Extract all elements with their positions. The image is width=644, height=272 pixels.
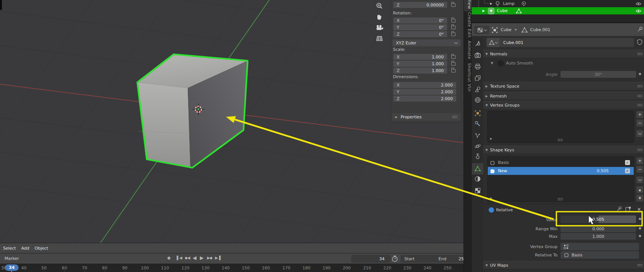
panel-header-shape-keys[interactable]: ▼ Shape Keys xyxy=(483,146,644,154)
tab-tool-icon[interactable] xyxy=(474,40,481,47)
lock-icon[interactable] xyxy=(451,19,456,22)
mesh-browse-button[interactable] xyxy=(487,38,499,47)
record-button[interactable]: ● xyxy=(167,256,171,260)
timeline-ruler[interactable]: 30 40 50 60 70 80 90 100 110 120 130 140… xyxy=(0,264,463,272)
dimensions-x-field[interactable]: X2.000 xyxy=(393,82,456,88)
editor-type-button[interactable] xyxy=(474,26,489,34)
tab-particles-icon[interactable] xyxy=(474,132,481,139)
play-reverse-button[interactable]: ◀ xyxy=(193,255,196,261)
grid-view-icon[interactable] xyxy=(375,35,383,42)
panel-header-remesh[interactable]: ▶ Remesh xyxy=(483,92,644,100)
viewport-3d[interactable]: Z0.00000 Rotation: X0° Y0° Z0° XYZ Euler… xyxy=(0,0,463,243)
lock-icon[interactable] xyxy=(451,55,456,59)
pin-icon[interactable] xyxy=(637,26,643,33)
outliner-row-cube-selected[interactable]: ▶ Cube xyxy=(472,7,644,14)
add-menu[interactable]: Add xyxy=(21,246,29,251)
rotation-mode-dropdown[interactable]: XYZ Euler xyxy=(393,39,461,46)
prev-keyframe-button[interactable]: ◆◀ xyxy=(185,256,190,260)
scale-y-field[interactable]: Y1.000 xyxy=(393,61,447,67)
tab-world-icon[interactable] xyxy=(474,97,481,103)
zoom-icon[interactable] xyxy=(375,2,383,10)
eye-visibility-icon[interactable] xyxy=(635,1,642,6)
tab-object-data-icon[interactable] xyxy=(474,165,481,172)
shape-key-mute-checkbox[interactable]: ✓ xyxy=(625,168,630,173)
drag-dots-icon[interactable] xyxy=(637,104,642,107)
shape-key-move-down-button[interactable]: ▼ xyxy=(636,194,644,202)
outliner-item-label[interactable]: Lamp xyxy=(503,1,515,6)
tab-material-icon[interactable] xyxy=(474,176,481,182)
pin-icon[interactable] xyxy=(616,206,622,212)
clear-shape-keys-button[interactable]: ✕ xyxy=(637,207,641,212)
play-button[interactable]: ▶ xyxy=(200,255,204,261)
camera-view-icon[interactable] xyxy=(375,24,384,31)
rotation-z-field[interactable]: Z0° xyxy=(393,31,447,37)
drag-dots-icon[interactable] xyxy=(637,85,642,88)
lock-icon[interactable] xyxy=(451,62,456,66)
expand-icon[interactable]: ▶ xyxy=(490,137,492,140)
animate-dot-icon[interactable]: ● xyxy=(639,226,641,230)
resize-dots-icon[interactable] xyxy=(558,198,563,201)
scale-x-field[interactable]: X1.000 xyxy=(393,54,447,60)
shape-key-remove-button[interactable]: − xyxy=(636,165,644,173)
tab-view-layer-icon[interactable] xyxy=(474,75,481,81)
shape-key-add-button[interactable]: + xyxy=(636,157,644,165)
vertex-group-add-button[interactable]: + xyxy=(636,111,644,118)
select-menu[interactable]: Select xyxy=(3,246,16,251)
resize-dots-icon[interactable] xyxy=(558,138,563,142)
shape-key-value[interactable]: 0.505 xyxy=(597,168,609,173)
animate-dot-icon[interactable]: ● xyxy=(639,217,641,220)
drag-dots-icon[interactable] xyxy=(452,115,457,118)
scale-z-field[interactable]: Z1.000 xyxy=(393,68,447,74)
shield-fake-user-icon[interactable] xyxy=(636,39,643,46)
current-frame-field[interactable]: 34 xyxy=(351,255,391,263)
auto-smooth-checkbox[interactable] xyxy=(498,60,504,66)
shape-key-edit-mode-icon[interactable] xyxy=(625,206,631,212)
vertex-group-field[interactable] xyxy=(561,243,639,250)
rotation-x-field[interactable]: X0° xyxy=(393,17,447,24)
data-name-field[interactable]: Cube.001 xyxy=(499,38,634,47)
expand-icon[interactable]: ▶ xyxy=(482,9,485,13)
lock-icon[interactable] xyxy=(451,26,456,29)
panel-header-vertex-groups[interactable]: ▼ Vertex Groups xyxy=(483,101,644,109)
tab-shortcut-vur[interactable]: Shortcut VUr xyxy=(464,59,472,96)
jump-start-button[interactable]: ▌◀ xyxy=(177,256,182,260)
tab-texture-icon[interactable] xyxy=(474,187,481,194)
marker-menu[interactable]: Marker xyxy=(5,256,19,261)
outliner-row-lamp[interactable]: ▶ Lamp xyxy=(472,0,644,7)
animate-dot-icon[interactable]: ● xyxy=(639,234,641,237)
next-keyframe-button[interactable]: ▶◆ xyxy=(207,256,212,260)
outliner-item-label[interactable]: Cube xyxy=(497,8,507,13)
shape-key-mute-checkbox[interactable]: ✓ xyxy=(625,160,630,165)
shape-key-move-up-button[interactable]: ▲ xyxy=(636,186,644,193)
panel-header-uv-maps[interactable]: ▼ UV Maps xyxy=(483,261,644,269)
shape-key-row-new-selected[interactable]: New 0.505 xyxy=(488,167,634,175)
breadcrumb-object[interactable]: Cube xyxy=(501,27,511,32)
collapse-icon[interactable]: ▼ xyxy=(491,61,493,65)
value-slider[interactable]: 0.505 xyxy=(561,215,636,223)
object-menu[interactable]: Object xyxy=(35,246,48,251)
drag-dots-icon[interactable] xyxy=(637,148,642,151)
tab-scene-icon[interactable] xyxy=(474,86,481,93)
drag-dots-icon[interactable] xyxy=(637,264,642,267)
shape-key-row-basis[interactable]: Basis xyxy=(488,159,634,167)
current-frame-badge[interactable]: 34 xyxy=(5,264,19,271)
tab-constraints-icon[interactable] xyxy=(474,153,481,160)
relative-to-field[interactable]: Basis xyxy=(561,251,639,259)
vertex-groups-list[interactable] xyxy=(487,111,634,143)
tab-physics-icon[interactable] xyxy=(474,143,481,149)
breadcrumb-data[interactable]: Cube.001 xyxy=(530,27,550,32)
range-max-field[interactable]: 1.000 xyxy=(561,233,636,240)
vertex-group-specials-button[interactable] xyxy=(636,130,644,137)
properties-panel-header[interactable]: ▶ Properties xyxy=(392,113,461,121)
cube-object[interactable] xyxy=(137,54,248,168)
panel-header-normals[interactable]: ▼ Normals xyxy=(483,50,644,58)
tab-render-icon[interactable] xyxy=(474,52,481,58)
tab-output-icon[interactable] xyxy=(474,63,481,70)
pan-hand-icon[interactable] xyxy=(375,13,383,21)
expand-icon[interactable]: ▶ xyxy=(490,2,492,5)
animate-dot-icon[interactable]: ● xyxy=(639,72,641,75)
relative-toggle[interactable] xyxy=(488,207,494,213)
stopwatch-icon[interactable] xyxy=(391,255,398,262)
dimensions-z-field[interactable]: Z2.000 xyxy=(393,96,456,102)
tab-animate[interactable]: Animate xyxy=(464,38,472,62)
